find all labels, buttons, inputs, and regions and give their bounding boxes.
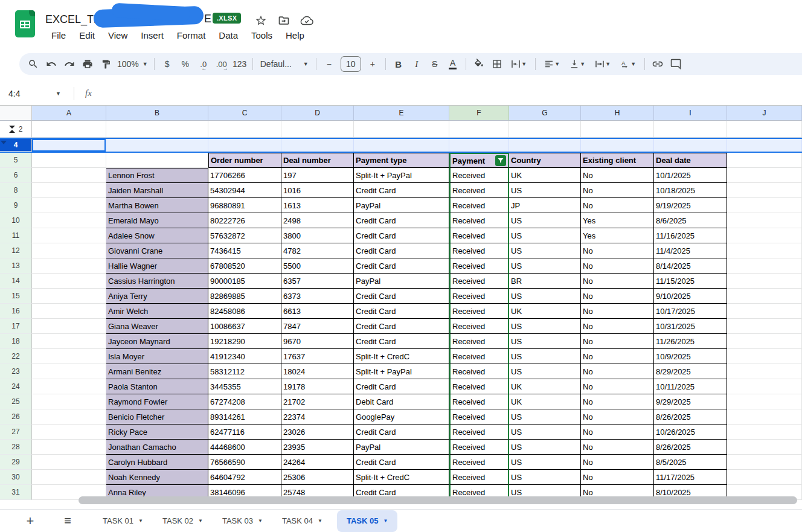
cell-J10[interactable] [727,213,802,228]
cell-D28[interactable]: 23935 [281,440,354,455]
cell-J5[interactable] [727,153,802,168]
cell-B28[interactable]: Jonathan Camacho [106,440,208,455]
row-header-30[interactable]: 30 [0,470,32,485]
cell-E23[interactable]: Split-It + PayPal [354,364,449,379]
cell-G26[interactable]: US [509,409,581,425]
cell-H24[interactable]: No [581,379,654,394]
cell-E30[interactable]: Split-It + CredC [354,470,449,485]
cell-D25[interactable]: 21702 [281,394,354,409]
cell-E24[interactable]: Credit Card [354,379,449,394]
cell-A12[interactable] [32,243,106,258]
cell-A2[interactable] [32,121,106,138]
cell-D30[interactable]: 25306 [281,470,354,485]
cell-C9[interactable]: 96880891 [208,198,281,213]
menu-file[interactable]: File [45,29,72,42]
cell-D13[interactable]: 5500 [281,258,354,274]
cell-C11[interactable]: 57632872 [208,228,281,243]
increase-font-size-button[interactable]: + [364,56,382,72]
cell-F14[interactable]: Received [449,274,509,289]
cell-H25[interactable]: No [581,394,654,409]
cell-C6[interactable]: 17706266 [208,168,281,183]
column-header-A[interactable]: A [32,106,106,121]
cell-G27[interactable]: US [509,425,581,440]
cell-A23[interactable] [32,364,106,379]
cell-F12[interactable]: Received [449,243,509,258]
table-header-existing-client[interactable]: Existing client [581,153,654,168]
move-folder-icon[interactable] [277,13,291,28]
cell-D6[interactable]: 197 [281,168,354,183]
cell-E16[interactable]: Credit Card [354,304,449,319]
cell-G29[interactable]: US [509,455,581,470]
undo-icon[interactable] [42,56,60,72]
row-header-10[interactable]: 10 [0,213,32,228]
cell-J15[interactable] [727,289,802,304]
cell-C14[interactable]: 90000185 [208,274,281,289]
name-box[interactable]: 4:4 [0,89,58,98]
row-header-17[interactable]: 17 [0,319,32,334]
cell-J30[interactable] [727,470,802,485]
cell-B13[interactable]: Hallie Wagner [106,258,208,274]
cell-B5[interactable] [106,153,208,168]
cell-B29[interactable]: Carolyn Hubbard [106,455,208,470]
cell-B9[interactable]: Martha Bowen [106,198,208,213]
all-sheets-menu-icon[interactable]: ≡ [59,514,76,528]
cell-E15[interactable]: Credit Card [354,289,449,304]
cell-F23[interactable]: Received [449,364,509,379]
cell-C15[interactable]: 82869885 [208,289,281,304]
cell-G14[interactable]: BR [509,274,581,289]
cell-A9[interactable] [32,198,106,213]
cell-E29[interactable]: Credit Card [354,455,449,470]
cell-C29[interactable]: 76566590 [208,455,281,470]
decrease-font-size-button[interactable]: − [320,56,338,72]
cell-B30[interactable]: Noah Kennedy [106,470,208,485]
cell-D8[interactable]: 1016 [281,183,354,198]
insert-link-icon[interactable] [649,56,667,72]
cell-A4-selected[interactable] [32,139,106,152]
cell-G28[interactable]: US [509,440,581,455]
font-select[interactable]: Defaul...▼ [257,56,312,72]
cell-C28[interactable]: 44468600 [208,440,281,455]
select-all-corner[interactable] [0,106,32,121]
cell-G24[interactable]: UK [509,379,581,394]
fill-color-button[interactable] [470,56,488,72]
cell-J17[interactable] [727,319,802,334]
row-header-22[interactable]: 22 [0,349,32,364]
cell-A26[interactable] [32,409,106,425]
column-header-B[interactable]: B [106,106,208,121]
cell-B15[interactable]: Aniya Terry [106,289,208,304]
row-header-15[interactable]: 15 [0,289,32,304]
insert-comment-icon[interactable] [667,56,685,72]
cell-D23[interactable]: 18024 [281,364,354,379]
cell-C13[interactable]: 67808520 [208,258,281,274]
cell-D17[interactable]: 7847 [281,319,354,334]
cell-F18[interactable]: Received [449,334,509,349]
cell-C23[interactable]: 58312112 [208,364,281,379]
sheets-logo-icon[interactable] [15,10,35,37]
cell-J18[interactable] [727,334,802,349]
cell-H17[interactable]: No [581,319,654,334]
table-header-country[interactable]: Country [509,153,581,168]
cell-I27[interactable]: 10/26/2025 [654,425,727,440]
cell-I12[interactable]: 11/4/2025 [654,243,727,258]
cell-G22[interactable]: US [509,349,581,364]
cell-D18[interactable]: 9670 [281,334,354,349]
cell-D14[interactable]: 6357 [281,274,354,289]
cell-A13[interactable] [32,258,106,274]
cell-E27[interactable]: Credit Card [354,425,449,440]
cell-D2[interactable] [281,121,354,138]
cell-F25[interactable]: Received [449,394,509,409]
cell-I6[interactable]: 10/1/2025 [654,168,727,183]
column-header-I[interactable]: I [654,106,727,121]
cell-J29[interactable] [727,455,802,470]
increase-decimal-button[interactable]: .00→ [213,56,231,72]
cell-G8[interactable]: US [509,183,581,198]
cell-H4[interactable] [581,139,654,152]
add-sheet-button[interactable]: + [22,513,39,529]
cell-A30[interactable] [32,470,106,485]
cell-A28[interactable] [32,440,106,455]
cell-A25[interactable] [32,394,106,409]
bold-button[interactable]: B [390,56,408,72]
row-header-8[interactable]: 8 [0,183,32,198]
cell-B11[interactable]: Adalee Snow [106,228,208,243]
cell-H10[interactable]: Yes [581,213,654,228]
